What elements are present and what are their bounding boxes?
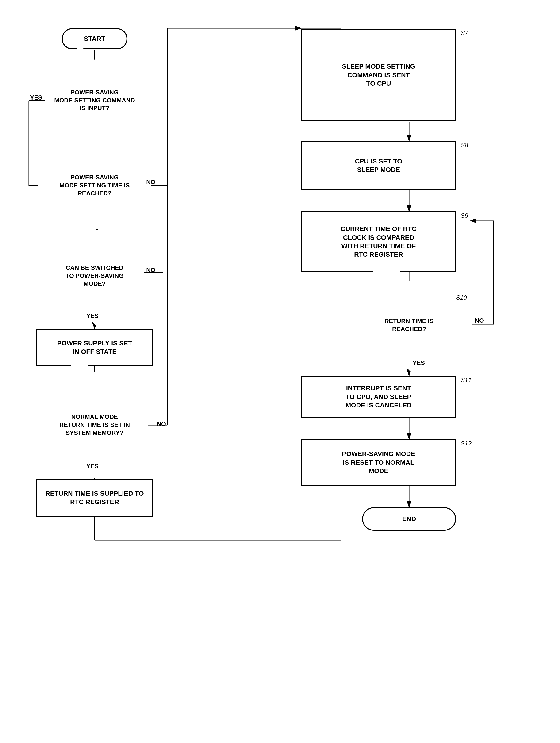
start-node: START	[62, 28, 128, 49]
s9-step-label: S9	[461, 212, 468, 219]
s12-step-label: S12	[461, 440, 471, 447]
s11-rect: INTERRUPT IS SENTTO CPU, AND SLEEPMODE I…	[301, 376, 456, 418]
s9-label: CURRENT TIME OF RTCCLOCK IS COMPAREDWITH…	[340, 225, 417, 259]
s11-label: INTERRUPT IS SENTTO CPU, AND SLEEPMODE I…	[345, 384, 412, 409]
s2-label: POWER-SAVINGMODE SETTING TIME ISREACHED?	[45, 145, 144, 225]
end-label: END	[402, 515, 416, 523]
s4-label: POWER SUPPLY IS SETIN OFF STATE	[57, 339, 132, 356]
s10-label: RETURN TIME ISREACHED?	[346, 294, 472, 357]
s9-rect: CURRENT TIME OF RTCCLOCK IS COMPAREDWITH…	[301, 211, 456, 272]
s2-no-label: NO	[146, 178, 155, 186]
s5-no-label: NO	[157, 420, 166, 428]
s3-yes-label: YES	[86, 312, 99, 319]
s5-diamond: NORMAL MODERETURN TIME IS SET INSYSTEM M…	[27, 357, 162, 493]
s10-yes-label: YES	[413, 359, 425, 366]
s12-label: POWER-SAVING MODEIS RESET TO NORMALMODE	[342, 450, 415, 475]
end-node: END	[362, 507, 456, 531]
s12-rect: POWER-SAVING MODEIS RESET TO NORMALMODE	[301, 439, 456, 486]
s7-label: SLEEP MODE SETTINGCOMMAND IS SENTTO CPU	[342, 62, 415, 88]
s8-label: CPU IS SET TOSLEEP MODE	[355, 157, 402, 174]
s1-yes-label: YES	[30, 94, 42, 101]
start-label: START	[84, 35, 105, 43]
s11-step-label: S11	[461, 377, 471, 384]
s8-rect: CPU IS SET TOSLEEP MODE	[301, 141, 456, 190]
s7-rect: SLEEP MODE SETTINGCOMMAND IS SENTTO CPU	[301, 29, 456, 121]
s3-label: CAN BE SWITCHEDTO POWER-SAVINGMODE?	[45, 242, 144, 310]
s8-step-label: S8	[461, 142, 468, 149]
s5-label: NORMAL MODERETURN TIME IS SET INSYSTEM M…	[36, 388, 153, 463]
s5-yes-label: YES	[86, 463, 99, 470]
s10-diamond: RETURN TIME ISREACHED?	[342, 258, 476, 393]
s4-rect: POWER SUPPLY IS SETIN OFF STATE	[36, 329, 153, 366]
s1-label: POWER-SAVINGMODE SETTING COMMANDIS INPUT…	[45, 72, 144, 129]
s7-step-label: S7	[461, 29, 468, 37]
flowchart: START S1 POWER-SAVINGMODE SETTING COMMAN…	[22, 14, 538, 728]
s10-no-label: NO	[475, 317, 484, 324]
s6-rect: RETURN TIME IS SUPPLIED TORTC REGISTER	[36, 479, 153, 517]
s3-no-label: NO	[146, 266, 155, 274]
s6-label: RETURN TIME IS SUPPLIED TORTC REGISTER	[45, 489, 144, 507]
